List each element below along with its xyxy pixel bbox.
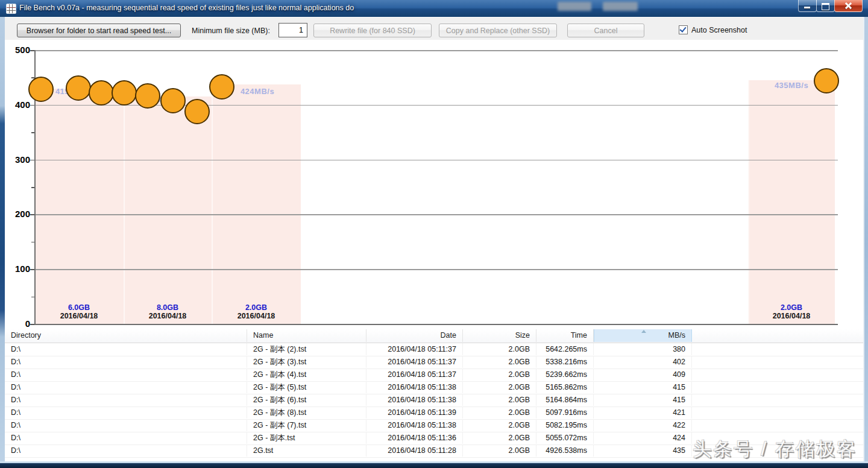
cell-size: 2.0GB [463, 419, 536, 431]
session-size-label: 2.0GB [214, 303, 298, 312]
session-size-label: 8.0GB [125, 303, 210, 312]
cell-mbs: 422 [594, 419, 692, 431]
column-header-size[interactable]: Size [463, 329, 536, 342]
test-session-region [124, 96, 212, 325]
cell-size: 2.0GB [463, 356, 536, 368]
table-row[interactable]: D:\2G - 副本 (3).tst2016/04/18 05:11:372.0… [5, 356, 863, 369]
gridline-500 [34, 50, 838, 51]
y-axis-label: 300 [5, 154, 30, 165]
y-major-tick [30, 269, 34, 270]
cell-name: 2G - 副本 (8).tst [247, 406, 366, 419]
table-row[interactable]: D:\2G - 副本 (4).tst2016/04/18 05:11:372.0… [5, 368, 863, 382]
cell-time: 5082.195ms [536, 419, 594, 431]
data-point [160, 88, 186, 113]
cell-name: 2G - 副本 (4).tst [247, 368, 366, 381]
y-axis-label: 0 [5, 318, 30, 329]
cell-directory: D:\ [5, 444, 247, 457]
cell-time: 5164.864ms [536, 394, 594, 406]
column-header-mbs[interactable]: MB/s [594, 329, 692, 342]
y-axis-label: 500 [5, 45, 30, 55]
min-file-size-input[interactable] [278, 23, 307, 37]
y-major-tick [30, 214, 34, 215]
cell-size: 2.0GB [463, 444, 536, 457]
data-point [135, 83, 160, 109]
checkmark-icon [679, 25, 686, 33]
title-bar: File Bench v0.07a - measuring sequential… [0, 0, 868, 17]
cancel-button[interactable]: Cancel [567, 24, 644, 37]
cell-date: 2016/04/18 05:11:38 [366, 381, 463, 393]
min-file-size-label: Minimum file size (MB): [192, 27, 270, 35]
sort-ascending-icon [641, 330, 646, 333]
cell-time: 4926.538ms [536, 444, 594, 457]
data-point [89, 80, 114, 106]
cell-time: 5055.072ms [536, 432, 594, 444]
app-icon [6, 4, 16, 14]
session-date-label: 2016/04/18 [749, 312, 834, 320]
y-major-tick [30, 160, 34, 161]
column-header-date[interactable]: Date [366, 329, 463, 342]
window-title: File Bench v0.07a - measuring sequential… [19, 4, 354, 12]
table-row[interactable]: D:\2G - 副本 (2).tst2016/04/18 05:11:372.0… [5, 343, 863, 356]
table-row[interactable]: D:\2G - 副本 (6).tst2016/04/18 05:11:382.0… [5, 394, 863, 407]
column-header-time[interactable]: Time [536, 329, 594, 342]
auto-screenshot-option[interactable]: Auto Screenshot [679, 25, 747, 34]
cell-date: 2016/04/18 05:11:38 [366, 394, 463, 406]
cell-directory: D:\ [5, 381, 247, 393]
cell-mbs: 415 [594, 394, 692, 406]
cell-name: 2G - 副本 (7).tst [247, 419, 366, 431]
maximize-button[interactable] [816, 0, 835, 12]
window-border-bottom [0, 461, 868, 468]
minimize-icon [804, 7, 810, 8]
y-major-tick [30, 105, 34, 106]
data-point [814, 68, 839, 93]
column-header-name[interactable]: Name [247, 329, 366, 342]
test-session-region [748, 80, 835, 325]
column-header-directory[interactable]: Directory [5, 329, 247, 342]
cell-name: 2G - 副本 (3).tst [247, 356, 366, 368]
cell-mbs: 435 [594, 444, 692, 457]
cell-directory: D:\ [5, 368, 247, 381]
cell-date: 2016/04/18 05:11:37 [366, 368, 463, 381]
cell-name: 2G - 副本 (5).tst [247, 381, 366, 393]
cell-time: 5338.216ms [536, 356, 594, 368]
cell-date: 2016/04/18 05:11:37 [366, 343, 463, 355]
table-row[interactable]: D:\2G - 副本 (8).tst2016/04/18 05:11:392.0… [5, 406, 863, 420]
cell-name: 2G.tst [247, 444, 366, 457]
cell-time: 5165.862ms [536, 381, 594, 393]
window-border-left [0, 17, 5, 461]
test-session-region [212, 84, 301, 325]
y-axis-label: 200 [5, 209, 30, 219]
window-border-right [863, 17, 868, 461]
cell-name: 2G - 副本 (6).tst [247, 394, 366, 406]
cell-size: 2.0GB [463, 343, 536, 355]
close-button[interactable] [834, 0, 863, 12]
cell-directory: D:\ [5, 419, 247, 431]
caption-buttons [799, 0, 863, 12]
session-date-label: 2016/04/18 [37, 312, 121, 320]
minimize-button[interactable] [798, 0, 817, 12]
y-major-tick [30, 324, 34, 325]
cell-size: 2.0GB [463, 394, 536, 406]
cell-directory: D:\ [5, 406, 247, 419]
cell-size: 2.0GB [463, 432, 536, 444]
cell-date: 2016/04/18 05:11:36 [366, 432, 463, 444]
session-size-label: 2.0GB [749, 303, 834, 312]
data-point [184, 99, 210, 124]
table-row[interactable]: D:\2G - 副本 (5).tst2016/04/18 05:11:382.0… [5, 381, 863, 394]
redacted-overlay [558, 2, 591, 11]
cell-mbs: 409 [594, 368, 692, 381]
copy-replace-button[interactable]: Copy and Replace (other SSD) [439, 24, 557, 37]
cell-name: 2G - 副本.tst [247, 432, 366, 444]
cell-size: 2.0GB [463, 406, 536, 419]
maximize-icon [822, 3, 829, 10]
session-date-label: 2016/04/18 [214, 312, 298, 320]
browse-folder-button[interactable]: Browser for folder to start read speed t… [17, 24, 181, 37]
auto-screenshot-checkbox[interactable] [679, 25, 688, 34]
table-row[interactable]: D:\2G - 副本 (7).tst2016/04/18 05:11:382.0… [5, 419, 863, 432]
session-date-label: 2016/04/18 [125, 312, 210, 320]
session-size-label: 6.0GB [37, 303, 121, 312]
cell-directory: D:\ [5, 432, 247, 444]
rewrite-file-button[interactable]: Rewrite file (for 840 SSD) [313, 24, 432, 37]
cell-date: 2016/04/18 05:11:38 [366, 419, 463, 431]
cell-date: 2016/04/18 05:11:39 [366, 406, 463, 419]
